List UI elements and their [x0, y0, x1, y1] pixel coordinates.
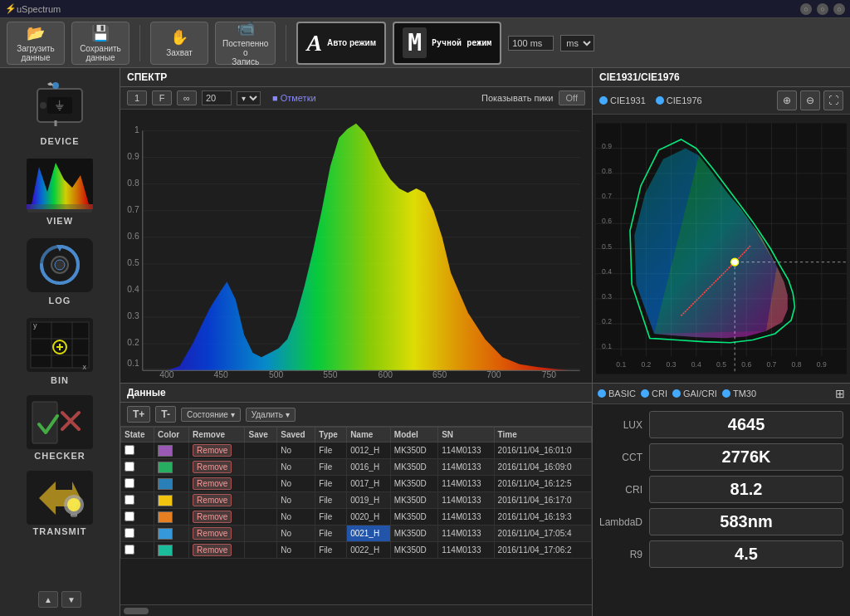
cie-fit-button[interactable]: ⛶: [823, 90, 843, 110]
svg-marker-61: [143, 124, 580, 370]
sidebar-arrow-up[interactable]: ▲: [38, 591, 58, 608]
svg-text:⏚: ⏚: [56, 97, 64, 111]
svg-text:1: 1: [134, 124, 139, 134]
mode-dropdown[interactable]: ms: [560, 35, 594, 51]
grid-view-icon[interactable]: ⊞: [835, 387, 845, 400]
state-dropdown-button[interactable]: Состояние ▾: [181, 408, 241, 422]
data-panel: Данные T+ T- Состояние ▾ Удалить ▾ State…: [120, 384, 593, 616]
state-checkbox[interactable]: [125, 511, 134, 521]
peaks-off-button[interactable]: Off: [559, 90, 585, 105]
top-panels: СПЕКТР 1 F ∞ ▾ ■ Отметки Показывать пики…: [120, 68, 850, 384]
sidebar-item-transmit[interactable]: TRANSMIT: [6, 467, 114, 540]
remove-row-button[interactable]: Remove: [193, 444, 232, 457]
capture-button[interactable]: ✋ Захват: [150, 22, 208, 65]
cell-remove: Remove: [189, 526, 245, 542]
cell-color: [154, 492, 189, 509]
cie-zoom-in-button[interactable]: ⊕: [777, 90, 797, 110]
auto-mode-button[interactable]: A Авто режим: [296, 22, 386, 65]
state-checkbox[interactable]: [125, 495, 134, 505]
spectrum-unit-select[interactable]: ▾: [237, 91, 261, 105]
col-color: Color: [154, 428, 189, 442]
svg-text:0.1: 0.1: [602, 342, 612, 350]
cell-saved: No: [277, 442, 315, 459]
cell-save: [245, 459, 277, 476]
cie1976-radio[interactable]: CIE1976: [656, 95, 702, 105]
sidebar-item-bin[interactable]: x y BIN: [6, 312, 114, 389]
cell-type: File: [315, 459, 347, 476]
cell-name: 0016_H: [347, 459, 391, 476]
cell-sn: 114M0133: [438, 442, 494, 459]
remove-row-button[interactable]: Remove: [193, 494, 232, 506]
cell-model: MK350D: [390, 492, 437, 509]
sidebar-item-log[interactable]: LOG: [6, 232, 114, 309]
sidebar-item-checker[interactable]: CHECKER: [6, 392, 114, 464]
svg-text:y: y: [33, 321, 37, 330]
svg-text:0.2: 0.2: [641, 360, 651, 369]
tab-gai-cri[interactable]: GAI/CRI: [672, 389, 717, 398]
result-label: CCT: [599, 452, 642, 463]
cell-saved: No: [277, 526, 315, 542]
marks-label: ■ Отметки: [272, 93, 316, 103]
log-icon: [27, 236, 93, 294]
cell-type: File: [315, 492, 347, 509]
load-data-button[interactable]: 📂 Загрузить данные: [7, 22, 65, 65]
state-checkbox[interactable]: [125, 478, 134, 488]
table-row: Remove No File 0021_H MK350D 114M0133 20…: [121, 526, 592, 542]
spectrum-btn-inf[interactable]: ∞: [177, 90, 197, 105]
state-checkbox[interactable]: [125, 462, 134, 472]
tab-cri[interactable]: CRI: [641, 389, 667, 398]
svg-text:x: x: [83, 363, 87, 371]
minimize-btn[interactable]: ○: [800, 3, 812, 15]
spectrum-value-input[interactable]: [202, 90, 232, 105]
remove-row-button[interactable]: Remove: [193, 477, 232, 490]
record-icon: 📹: [237, 19, 255, 37]
cie-zoom-out-button[interactable]: ⊖: [800, 90, 820, 110]
data-table-container[interactable]: State Color Remove Save Saved Type Name …: [120, 427, 592, 604]
bottom-panels: Данные T+ T- Состояние ▾ Удалить ▾ State…: [120, 384, 850, 616]
state-checkbox[interactable]: [125, 528, 134, 538]
result-label: LambdaD: [599, 516, 642, 528]
cell-saved: No: [277, 492, 315, 509]
result-value: 81.2: [649, 476, 843, 503]
maximize-btn[interactable]: ○: [817, 3, 828, 15]
sidebar-arrow-down[interactable]: ▼: [61, 591, 81, 608]
cell-color: [154, 442, 189, 459]
cie1931-radio[interactable]: CIE1931: [599, 95, 646, 105]
tab-basic[interactable]: BASIC: [598, 389, 636, 398]
remove-row-button[interactable]: Remove: [193, 511, 232, 523]
state-checkbox[interactable]: [125, 545, 134, 555]
cie1976-radio-dot: [656, 96, 664, 105]
record-button[interactable]: 📹 Постепенно о Запись: [215, 22, 276, 65]
save-icon: 💾: [91, 24, 110, 42]
cell-time: 2016/11/04_16:19:3: [494, 509, 591, 526]
remove-row-button[interactable]: Remove: [193, 544, 232, 556]
remove-row-button[interactable]: Remove: [193, 461, 232, 473]
font-increase-button[interactable]: T+: [127, 406, 150, 423]
cell-time: 2016/11/04_17:05:4: [494, 526, 591, 542]
font-decrease-button[interactable]: T-: [155, 406, 176, 423]
table-row: Remove No File 0012_H MK350D 114M0133 20…: [121, 442, 592, 459]
cell-model: MK350D: [390, 442, 437, 459]
svg-text:0.6: 0.6: [127, 231, 139, 241]
col-sn: SN: [438, 428, 494, 442]
state-checkbox[interactable]: [125, 445, 134, 455]
mode-value-input[interactable]: [508, 36, 554, 51]
table-row: Remove No File 0017_H MK350D 114M0133 20…: [121, 476, 592, 492]
remove-row-button[interactable]: Remove: [193, 527, 232, 540]
manual-mode-button[interactable]: M Ручной режим: [393, 22, 501, 65]
tab-tm30[interactable]: TM30: [722, 389, 756, 398]
sidebar-item-view[interactable]: VIEW: [6, 153, 114, 229]
table-row: Remove No File 0020_H MK350D 114M0133 20…: [121, 509, 592, 526]
main-area: ⏚ DEVICE: [0, 68, 850, 616]
save-data-button[interactable]: 💾 Сохранить данные: [71, 22, 129, 65]
delete-dropdown-button[interactable]: Удалить ▾: [246, 408, 296, 422]
sidebar-item-device[interactable]: ⏚ DEVICE: [6, 73, 114, 149]
cell-sn: 114M0133: [438, 542, 494, 559]
spectrum-btn-f[interactable]: F: [152, 90, 172, 105]
horizontal-scrollbar[interactable]: [120, 604, 592, 616]
cell-sn: 114M0133: [438, 526, 494, 542]
cie1931-radio-dot: [599, 96, 608, 105]
spectrum-btn-1[interactable]: 1: [127, 90, 147, 105]
cell-color: [154, 526, 189, 542]
close-btn[interactable]: ○: [833, 3, 845, 15]
